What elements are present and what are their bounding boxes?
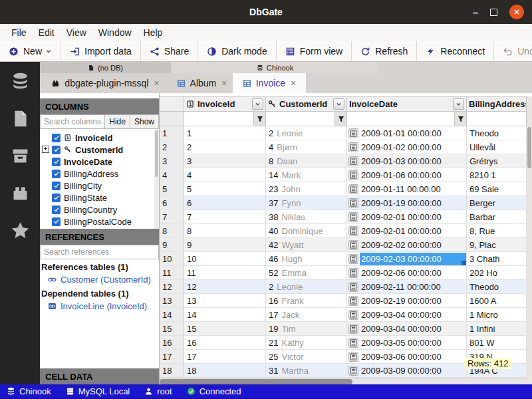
invoice-id-cell[interactable]: 4 [184,168,266,182]
tab-invoice[interactable]: Invoice × [233,73,306,93]
row-number-cell[interactable]: 16 [160,336,184,349]
billing-address-cell[interactable]: Berger [467,196,527,209]
close-button[interactable]: ✕ [509,5,524,19]
invoice-id-cell[interactable]: 7 [184,210,266,223]
dark-mode-button[interactable]: Dark mode [198,41,276,61]
expand-toggle-icon[interactable]: + [42,146,49,153]
plugin-icon[interactable] [11,184,30,203]
invoice-date-cell[interactable]: 2009-02-01 00:00:00 [347,210,467,223]
invoice-id-cell[interactable]: 3 [184,154,266,168]
refresh-button[interactable]: Refresh [352,41,417,61]
horizontal-scrollbar[interactable] [160,378,527,384]
customer-id-cell[interactable]: 21Kathy [266,336,347,349]
reference-link-customer[interactable]: Customer (CustomerId) [40,273,159,286]
billing-address-cell[interactable]: Ullevål [467,140,527,154]
invoice-id-cell[interactable]: 9 [184,238,266,251]
reconnect-button[interactable]: Reconnect [417,41,494,61]
columns-list-scrollbar-thumb[interactable] [155,130,158,177]
column-checkbox[interactable] [52,146,61,154]
detail-icon[interactable] [348,226,358,236]
invoice-date-cell[interactable]: 2009-01-06 00:00:00 [347,168,467,182]
invoice-date-cell[interactable]: 2009-02-11 00:00:00 [347,280,467,293]
column-checkbox[interactable] [52,205,61,214]
row-number-cell[interactable]: 15 [160,322,184,335]
column-list-item[interactable]: BillingCity [40,180,159,192]
detail-icon[interactable] [348,128,358,138]
customer-id-cell[interactable]: 16Frank [266,294,347,307]
import-data-button[interactable]: Import data [61,41,141,61]
invoice-id-cell[interactable]: 5 [184,182,266,196]
search-references-input[interactable] [40,245,159,259]
billing-address-cell[interactable]: 9, Plac [467,238,527,251]
invoice-id-cell[interactable]: 15 [184,322,266,335]
customer-id-cell[interactable]: 38Niklas [266,210,347,223]
customer-id-cell[interactable]: 31Martha [266,364,347,377]
menu-help[interactable]: Help [138,26,169,39]
column-checkbox[interactable] [52,194,61,202]
invoice-date-cell[interactable]: 2009-01-02 00:00:00 [347,140,467,154]
detail-icon[interactable] [348,254,358,264]
tab-dbgate-plugin-mssql[interactable]: dbgate-plugin-mssql × [40,73,171,93]
row-number-cell[interactable]: 3 [160,154,184,168]
customer-id-cell[interactable]: 23John [266,182,347,196]
detail-icon[interactable] [348,170,358,180]
search-columns-input[interactable] [40,114,105,129]
invoice-id-cell[interactable]: 2 [184,140,266,154]
invoice-date-cell[interactable]: 2009-02-01 00:00:00 [347,224,467,237]
column-checkbox[interactable] [52,170,61,178]
invoice-date-cell[interactable]: 2009-03-04 00:00:00 [347,322,467,335]
invoice-id-cell[interactable]: 16 [184,336,266,349]
show-button[interactable]: Show [130,114,159,129]
detail-icon[interactable] [348,282,358,292]
billing-address-cell[interactable]: 8210 1 [467,168,527,182]
row-number-cell[interactable]: 6 [160,196,184,209]
billing-address-cell[interactable]: 1600 A [467,294,527,307]
filter-input-customerid[interactable] [266,112,334,126]
invoice-date-cell[interactable]: 2009-02-02 00:00:00 [347,238,467,251]
invoice-id-cell[interactable]: 10 [184,252,266,265]
reference-link-invoiceline[interactable]: InvoiceLine (InvoiceId) [40,300,159,313]
invoice-id-cell[interactable]: 14 [184,308,266,321]
billing-address-cell[interactable]: Grétrys [467,154,527,168]
horizontal-scrollbar-thumb[interactable] [160,379,352,384]
billing-address-cell[interactable]: Theodo [467,280,527,293]
column-list-item[interactable]: BillingAddress [40,168,159,180]
status-connection[interactable]: MySQL Local [66,386,130,396]
detail-icon[interactable] [348,184,358,194]
column-menu-button[interactable] [252,98,263,110]
form-view-button[interactable]: Form view [277,41,352,61]
customer-id-cell[interactable]: 4Bjørn [266,140,347,154]
column-header-invoiceid[interactable]: 1 InvoiceId [184,97,266,111]
detail-icon[interactable] [348,296,358,306]
invoice-date-cell[interactable]: 2009-03-06 00:00:00 [347,350,467,363]
row-number-cell[interactable]: 11 [160,266,184,279]
invoice-date-cell[interactable]: 2009-02-06 00:00:00 [347,266,467,279]
close-icon[interactable]: × [154,78,159,88]
maximize-button[interactable] [490,9,497,16]
status-user[interactable]: root [144,386,172,396]
invoice-id-cell[interactable]: 17 [184,350,266,363]
billing-address-cell[interactable]: 69 Sale [467,182,527,196]
funnel-icon[interactable] [334,112,346,126]
row-number-cell[interactable]: 5 [160,182,184,196]
detail-icon[interactable] [348,268,358,278]
column-menu-button[interactable] [333,98,344,110]
billing-address-cell[interactable]: Barbar [467,210,527,223]
column-header-billingaddress[interactable]: BillingAddress [467,97,527,111]
file-icon[interactable] [11,109,30,128]
row-number-cell[interactable]: 4 [160,168,184,182]
detail-icon[interactable] [348,352,358,362]
column-header-invoicedate[interactable]: InvoiceDate [347,97,467,111]
customer-id-cell[interactable]: 25Victor [266,350,347,363]
row-number-cell[interactable]: 10 [160,252,184,265]
invoice-id-cell[interactable]: 11 [184,266,266,279]
detail-icon[interactable] [348,338,358,348]
column-header-customerid[interactable]: CustomerId [266,97,347,111]
hide-button[interactable]: Hide [105,114,130,129]
filter-input-billingaddress[interactable] [467,112,526,126]
column-list-item[interactable]: +CustomerId [40,144,159,156]
filter-input-invoicedate[interactable] [347,112,454,126]
customer-id-cell[interactable]: 42Wyatt [266,238,347,251]
column-checkbox[interactable] [52,158,61,166]
row-number-cell[interactable]: 18 [160,364,184,377]
